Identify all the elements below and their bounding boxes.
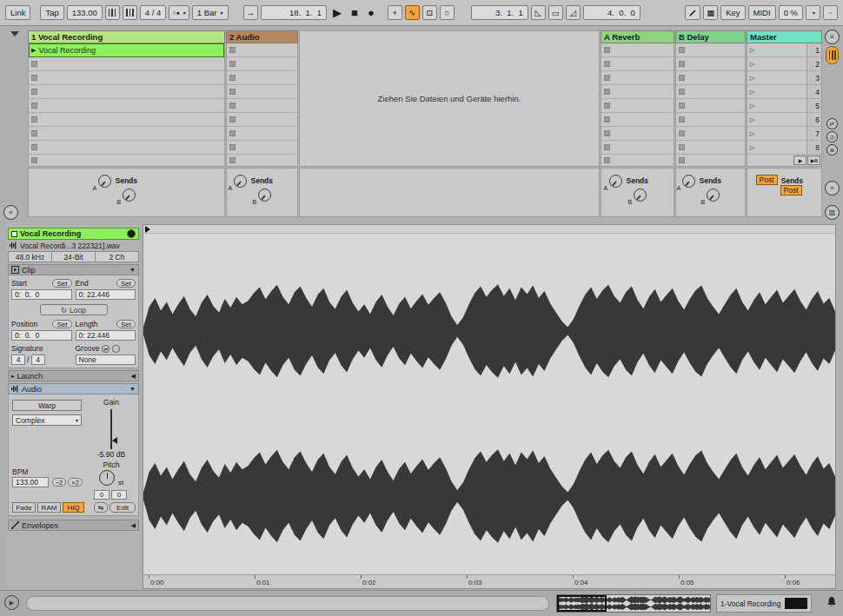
stop-all-clips-button[interactable]: ▶ [793,156,806,165]
send-a-knob[interactable] [609,175,622,188]
send-a-knob[interactable] [98,175,111,188]
clip-overview[interactable] [556,594,711,613]
fade-toggle[interactable]: Fade [12,502,36,513]
mixer-toggle[interactable] [826,46,839,64]
send-b-knob[interactable] [634,189,647,202]
return-a-stop-row[interactable] [601,155,674,167]
clip-slot[interactable] [29,113,224,127]
clip-slot[interactable] [227,113,297,127]
clip-slot[interactable] [601,43,674,57]
capture-midi-button[interactable]: ○ [440,5,455,20]
groove-commit-button[interactable]: → [112,345,120,353]
track-header-1[interactable]: 1 Vocal Recording [28,30,225,43]
returns-toggle[interactable]: ≣ [826,144,838,156]
stereo-waveform[interactable] [143,234,835,574]
track1-stop-row[interactable] [28,155,225,167]
half-tempo-button[interactable]: ÷2 [52,478,66,487]
scene-play-icon[interactable]: ▷ [750,116,754,123]
scene-slot[interactable]: ▷6 [747,113,821,127]
scene-slot[interactable]: ▷3 [747,71,821,85]
bpm-value[interactable]: 133.00 [12,477,49,487]
track2-stop-row[interactable] [226,155,298,167]
clip-slot[interactable] [601,113,674,127]
ram-toggle[interactable]: RAM [37,502,61,513]
stop-button-square[interactable] [229,157,236,163]
scene-slot[interactable]: ▷7 [747,127,821,141]
send-a-knob[interactable] [234,175,247,188]
signature-denominator[interactable]: 4 [31,354,45,365]
audio-section-header[interactable]: Audio ▼ [8,383,139,394]
computer-midi-keyboard-button[interactable]: ▦ [703,5,718,20]
clip-slot[interactable] [676,85,745,99]
clip-slot[interactable] [601,141,674,155]
position-value[interactable]: 0: 0. 0 [11,330,72,341]
scene-play-icon[interactable]: ▷ [750,130,754,137]
clip-slot[interactable] [601,71,674,85]
hiq-toggle[interactable]: HiQ [63,502,84,513]
warp-toggle[interactable]: Warp [12,400,82,411]
quantization-menu[interactable]: 1 Bar▾ [192,5,229,20]
scene-slot[interactable]: ▷2 [747,57,821,71]
clip-slot[interactable] [227,43,297,57]
tempo-field[interactable]: 133.00 [67,5,103,20]
loop-length-field[interactable]: 4. 0. 0 [583,5,641,20]
clip-slot[interactable] [676,57,745,71]
groove-hotswap-button[interactable]: ⇄ [102,345,110,353]
send-b-knob[interactable] [258,189,271,202]
clip-slot[interactable]: ▶Vocal Recording [29,43,224,57]
sample-display[interactable]: 0:000:010:020:030:040:050:06 [143,224,836,589]
arrangement-position-field[interactable]: 18. 1. 1 [261,5,327,20]
show-info-view-toggle[interactable]: ▶ [4,595,19,610]
clip-slot[interactable] [676,127,745,141]
set-position-button[interactable]: Set [52,320,71,328]
clip-slot[interactable] [601,99,674,113]
clip-slot[interactable] [676,43,745,57]
return-a-header[interactable]: A Reverb [601,30,674,43]
midi-map-button[interactable]: MIDI [748,5,776,20]
automation-arm-button[interactable]: ∿ [405,5,420,20]
nudge-down-button[interactable] [105,5,120,20]
cpu-menu-button[interactable]: ▾ [806,5,820,20]
scene-play-icon[interactable]: ▷ [750,89,754,96]
record-button[interactable]: ● [364,7,378,18]
key-map-button[interactable]: Key [720,5,745,20]
metronome-button[interactable]: ○●▾ [169,5,189,20]
back-to-arrangement-button[interactable]: ▶≣ [807,156,820,165]
nudge-up-button[interactable] [123,5,137,20]
clip-slot[interactable] [227,141,297,155]
set-length-button[interactable]: Set [116,320,136,328]
clip-slot[interactable] [601,57,674,71]
collapse-session-toggle[interactable]: « [3,205,18,220]
loop-toggle-button[interactable]: ▭ [548,5,563,20]
scene-play-icon[interactable]: ▷ [750,75,754,82]
collapse-arrow-icon[interactable]: ◀ [131,373,136,380]
scene-play-icon[interactable]: ▷ [750,144,754,151]
current-clip-indicator[interactable]: 1-Vocal Recording [716,594,812,613]
scene-slot[interactable]: ▷8 [747,141,821,155]
loop-toggle[interactable]: ↻ Loop [40,304,108,315]
fader-handle-icon[interactable] [112,437,117,444]
return-b-stop-row[interactable] [675,155,746,167]
stop-button-square[interactable] [679,157,685,163]
stop-button-square[interactable] [604,157,610,163]
double-tempo-button[interactable]: ×2 [68,478,83,487]
return-b-header[interactable]: B Delay [675,30,746,43]
clip-slot[interactable] [227,71,297,85]
clip-slot[interactable] [29,57,224,71]
clip-slot[interactable] [29,71,224,85]
draw-mode-button[interactable] [685,5,700,20]
clip-slot[interactable] [29,141,224,155]
start-value[interactable]: 0: 0. 0 [11,289,72,300]
end-value[interactable]: 0: 22.446 [76,289,136,300]
edit-sample-button[interactable]: Edit [110,502,136,513]
pitch-cents-value[interactable]: 0 [111,490,127,500]
time-signature-field[interactable]: 4 / 4 [140,5,167,20]
io-toggle[interactable]: ⇄ [826,118,838,129]
notification-bell-icon[interactable] [826,596,838,608]
track-delay-toggle[interactable]: ≈ [825,181,840,195]
scene-play-icon[interactable]: ▷ [750,47,754,54]
overdub-button[interactable]: + [388,5,402,20]
send-b-post-toggle[interactable]: Post [780,185,802,195]
length-value[interactable]: 0: 22.446 [76,330,136,341]
sample-ruler[interactable] [143,225,835,234]
